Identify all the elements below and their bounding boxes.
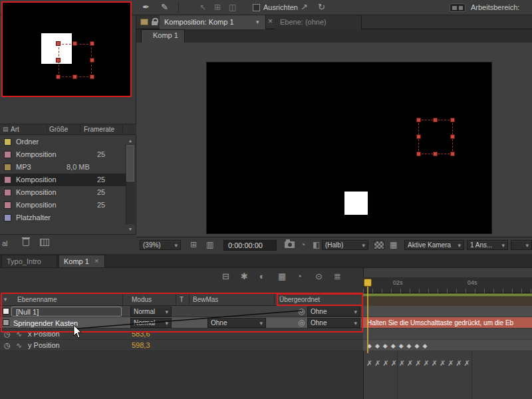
project-item-name[interactable]: Komposition (16, 188, 57, 197)
keyframe-diamonds[interactable]: ◆◆◆◆◆◆◆◆ (367, 342, 430, 350)
draft-icon[interactable]: ◔ (297, 272, 302, 281)
after-effects-window: ✒ ✎ ↖ ⊞ ◫ Ausrichten ↗ ↻ Arbeitsbereich:… (0, 0, 532, 399)
new-composition-icon[interactable] (40, 239, 49, 246)
selection-handle[interactable] (450, 118, 455, 122)
selection-handle[interactable] (450, 152, 455, 156)
project-item-name[interactable]: Platzhalter (16, 213, 51, 222)
layer-color-swatch[interactable] (3, 308, 9, 315)
column-header-size[interactable]: Größe (49, 126, 68, 134)
track-row[interactable] (363, 329, 532, 340)
property-value[interactable]: 583,6 (132, 330, 150, 338)
header-layer-name[interactable]: Ebenenname (17, 296, 57, 304)
transparency-grid-icon[interactable] (374, 241, 384, 249)
expand-rows-icon[interactable]: ≣ (334, 272, 341, 281)
mode-dropdown[interactable]: Normal▾ (130, 318, 172, 328)
selection-handle[interactable] (450, 134, 455, 139)
project-item-name[interactable]: Komposition (16, 176, 57, 184)
zoom-dropdown[interactable]: (39%)▾ (140, 240, 181, 250)
layer-name[interactable]: Springender Kasten (13, 319, 78, 328)
close-icon[interactable]: × (268, 17, 273, 25)
track-row[interactable]: ◆◆◆◆◆◆◆◆ (363, 340, 532, 351)
header-parent[interactable]: Übergeordnet (279, 296, 320, 304)
comp-tab-label: Komp 1 (153, 31, 178, 40)
chevron-down-icon: ▾ (501, 242, 505, 249)
scrollbar-thumb[interactable] (126, 145, 134, 182)
current-time-line (367, 287, 368, 353)
mask-tool-icon[interactable]: ✎ (161, 3, 168, 11)
close-icon[interactable]: × (94, 257, 98, 265)
project-item-name[interactable]: Ordner (16, 138, 39, 146)
pen-tool-icon[interactable]: ✒ (142, 3, 150, 11)
comp-white-square-layer[interactable] (344, 192, 368, 215)
scroll-up-button[interactable]: ▲ (126, 136, 135, 144)
camera-view-dropdown[interactable]: Aktive Kamera▾ (404, 240, 464, 250)
zoom-switch-icon[interactable]: ⊙ (315, 272, 323, 281)
project-item-name[interactable]: MP3 (16, 163, 31, 172)
chevron-down-icon: ▾ (458, 242, 461, 249)
frame-blend-icon[interactable]: ✱ (241, 272, 248, 281)
fast-preview-icon[interactable]: ▦ (390, 241, 397, 249)
layer-name[interactable]: [Null 1] (16, 308, 39, 317)
tab-composition-label: Komposition: Komp 1 (164, 18, 234, 27)
grid-tool-icon[interactable]: ⊞ (214, 3, 221, 11)
trash-icon[interactable] (23, 239, 29, 246)
scroll-down-button[interactable]: ▼ (126, 224, 135, 233)
column-header-art[interactable]: Art (11, 126, 19, 134)
pan-tool-icon[interactable]: ↖ (200, 3, 206, 11)
parent-dropdown[interactable]: Ohne▾ (307, 307, 360, 317)
graph-editor-icon[interactable]: ▦ (278, 272, 286, 281)
selection-handle (90, 58, 94, 63)
property-value[interactable]: 598,3 (132, 341, 150, 350)
project-item-name[interactable]: Komposition (16, 150, 57, 159)
region-of-interest-icon[interactable]: ▥ (206, 241, 213, 249)
resolution-dropdown[interactable]: (Halb)▾ (322, 240, 368, 250)
motion-blur-icon[interactable]: ◐ (259, 272, 265, 281)
timeline-tab-label: Typo_Intro (7, 257, 41, 266)
snapshot-camera-icon[interactable] (285, 241, 295, 248)
selection-handle (90, 74, 94, 79)
lock-icon[interactable] (152, 21, 158, 25)
mode-dropdown[interactable]: Normal▾ (130, 307, 172, 317)
expand-tool-icon[interactable]: ↗ (301, 3, 308, 11)
layer-color-swatch[interactable] (3, 319, 9, 326)
workspace-icon[interactable] (450, 3, 466, 12)
selection-handle[interactable] (433, 118, 438, 122)
align-label: Ausrichten (263, 3, 298, 12)
stopwatch-icon[interactable]: ◷ (4, 331, 11, 338)
channels-icon[interactable]: ◧ (313, 241, 320, 249)
selection-handle[interactable] (433, 152, 438, 156)
selection-handle[interactable] (416, 134, 421, 139)
views-dropdown[interactable]: 1 Ans...▾ (467, 240, 508, 250)
project-item-framerate: 25 (97, 188, 105, 197)
selection-handle[interactable] (416, 118, 421, 122)
view-options-dropdown[interactable]: ▾ (511, 240, 532, 250)
bewmas-dropdown[interactable]: Ohne▾ (207, 318, 266, 328)
chevron-down-icon[interactable]: ▾ (256, 19, 259, 25)
header-bewmas[interactable]: BewMas (193, 296, 218, 304)
column-header-framerate[interactable]: Framerate (84, 126, 114, 134)
project-item-name[interactable]: Komposition (16, 201, 57, 209)
stopwatch-icon[interactable]: ◷ (4, 342, 11, 349)
pick-whip-icon[interactable]: ◎ (298, 307, 305, 315)
align-checkbox[interactable] (253, 4, 260, 11)
parent-dropdown[interactable]: Ohne▾ (307, 318, 360, 328)
exposure-icon[interactable]: ◔ (301, 241, 305, 249)
camera-view-value: Aktive Kamera (408, 241, 451, 249)
pick-whip-icon[interactable]: ◎ (298, 319, 305, 327)
current-time-indicator[interactable] (364, 279, 372, 287)
property-name[interactable]: y Position (28, 341, 60, 350)
header-mode[interactable]: Modus (132, 296, 152, 304)
keyframe-markers[interactable]: ✗✗✗✗✗✗✗✗✗✗✗✗✗ (366, 359, 472, 368)
selection-handle[interactable] (416, 152, 421, 156)
grid-options-icon[interactable]: ⊞ (190, 241, 197, 249)
scroll-up-icon: ▲ (128, 138, 133, 143)
property-name[interactable]: x Position (28, 330, 60, 338)
track-row[interactable] (363, 306, 532, 317)
split-view-tool-icon[interactable]: ◫ (229, 3, 236, 11)
selection-handle (56, 74, 61, 79)
header-t[interactable]: T (180, 296, 184, 304)
workspace-label[interactable]: Arbeitsbereich: (471, 3, 519, 12)
rotate-tool-icon[interactable]: ↻ (318, 3, 325, 11)
shy-icon[interactable]: ⊟ (222, 272, 229, 281)
collapse-triangle-icon[interactable]: ▼ (3, 297, 8, 303)
